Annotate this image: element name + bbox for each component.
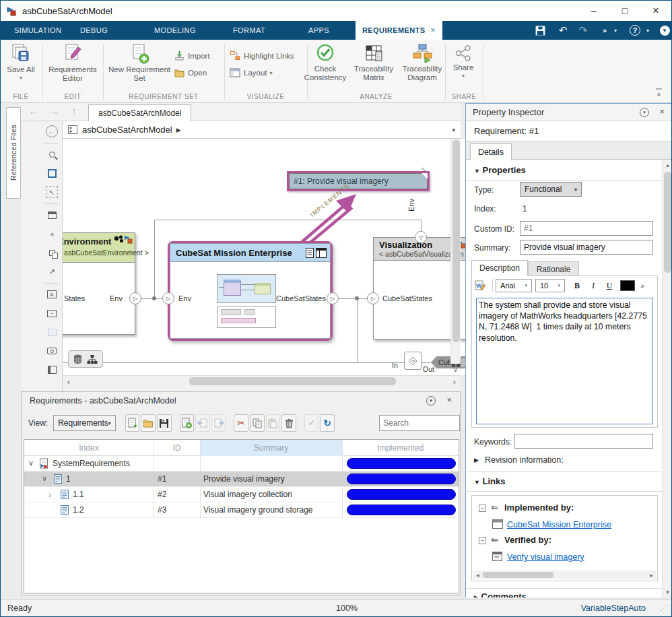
links-hscroll-left-icon[interactable]: ◂ <box>474 571 481 579</box>
hierarchy-badge-icon[interactable] <box>87 354 98 364</box>
pi-vscroll-up-icon[interactable]: ▴ <box>663 160 672 170</box>
more-actions-caret-icon[interactable]: ▾ <box>611 21 620 40</box>
check-requirements-button[interactable]: ✓ <box>304 414 319 432</box>
image-icon[interactable]: ~ <box>46 307 58 319</box>
enterprise-env-input-port[interactable]: ▷ <box>162 292 174 304</box>
canvas-vscroll-thumb[interactable] <box>452 140 460 342</box>
highlight-links-button[interactable]: Highlight Links <box>230 51 294 61</box>
undo-icon[interactable]: ↶ <box>554 21 572 40</box>
tab-requirements[interactable]: REQUIREMENTS × <box>356 21 442 40</box>
implemented-by-link[interactable]: CubeSat Mission Enterprise <box>507 520 611 529</box>
column-header-summary[interactable]: Summary <box>200 440 342 456</box>
tab-debug[interactable]: DEBUG <box>80 21 108 40</box>
import-button[interactable]: Import <box>174 51 210 61</box>
column-header-index[interactable]: Index <box>24 440 154 456</box>
nav-back-icon[interactable]: ← <box>26 105 41 119</box>
visualization-env-top-port[interactable]: ▽ <box>415 231 427 243</box>
tab-apps[interactable]: APPS <box>308 21 329 40</box>
verified-by-link[interactable]: Verify visual imagery <box>507 552 584 562</box>
enterprise-block[interactable]: CubeSat Mission Enterprise <box>168 241 333 341</box>
quick-save-icon[interactable] <box>531 21 549 40</box>
underline-button[interactable]: U <box>601 279 617 292</box>
hide-browser-icon[interactable]: ← <box>46 125 58 137</box>
font-family-dropdown[interactable]: Arial ▾ <box>496 279 532 292</box>
signal-route-icon[interactable]: ↗ <box>46 265 58 278</box>
viewmark-icon[interactable] <box>46 364 58 376</box>
solver-indicator[interactable]: VariableStepAuto <box>581 604 646 613</box>
subsystem-icon[interactable] <box>46 209 58 221</box>
copy-button[interactable] <box>250 414 265 432</box>
select-region-icon[interactable]: ↖ <box>46 186 58 198</box>
fit-to-view-icon[interactable] <box>46 167 58 179</box>
check-consistency-button[interactable]: Check Consistency <box>299 42 351 82</box>
dictionary-badge-icon[interactable] <box>73 354 82 364</box>
italic-button[interactable]: I <box>585 279 601 292</box>
close-requirements-tab-icon[interactable]: × <box>430 26 435 35</box>
environment-block[interactable]: Environment < asbCubeSatEnvironment > <box>63 232 135 335</box>
router-block[interactable] <box>404 352 422 370</box>
minimize-button[interactable]: – <box>578 1 609 21</box>
canvas-hscroll-right-icon[interactable]: › <box>450 377 459 386</box>
updates-icon[interactable]: ▼ <box>657 21 672 40</box>
save-all-button[interactable]: Save All ▾ <box>0 42 46 81</box>
pi-vscroll-down-icon[interactable]: ▾ <box>663 587 672 597</box>
breadcrumb-model-name[interactable]: asbCubeSatArchModel <box>82 125 172 135</box>
promote-requirement-button[interactable] <box>195 414 210 432</box>
save-requirement-set-button[interactable] <box>157 414 172 432</box>
font-color-swatch[interactable] <box>620 280 635 291</box>
requirements-editor-button[interactable]: Requirements Editor <box>44 42 102 83</box>
new-requirement-set-button[interactable]: New Requirement Set <box>107 42 172 83</box>
tab-modeling[interactable]: MODELING <box>154 21 196 40</box>
open-requirement-set-button[interactable] <box>141 414 156 432</box>
new-requirement-set-small-button[interactable] <box>125 414 140 432</box>
help-caret-icon[interactable]: ▾ <box>643 21 652 40</box>
code-icon[interactable]: ‹› <box>46 228 58 240</box>
referenced-files-tab[interactable]: Referenced Files <box>6 107 21 199</box>
summary-input[interactable] <box>520 240 653 255</box>
canvas-hscroll-left-icon[interactable]: ‹ <box>64 377 73 386</box>
table-row-requirement-1[interactable]: ∨ 1 #1 Provide visual imagery <box>24 472 459 487</box>
delete-button[interactable] <box>281 414 296 432</box>
column-header-id[interactable]: ID <box>154 440 200 456</box>
close-button[interactable]: × <box>640 1 671 21</box>
model-document-tab[interactable]: asbCubeSatArchModel <box>88 104 191 121</box>
demote-requirement-button[interactable] <box>211 414 226 432</box>
revision-expander-icon[interactable]: ▶ <box>474 457 479 463</box>
canvas-horizontal-scrollbar[interactable]: ‹ › <box>63 375 461 387</box>
add-requirement-button[interactable] <box>180 414 195 432</box>
traceability-matrix-button[interactable]: Traceability Matrix <box>349 42 399 82</box>
zoom-tool-icon[interactable] <box>46 148 58 160</box>
nav-forward-icon[interactable]: → <box>46 105 61 119</box>
tab-description[interactable]: Description <box>471 260 528 276</box>
keywords-input[interactable] <box>514 434 653 449</box>
table-row-requirement-1-1[interactable]: › 1.1 #2 Visual imagery collection <box>24 487 459 502</box>
property-inspector-close-icon[interactable]: × <box>659 106 665 117</box>
table-row-systemrequirements[interactable]: ∨ SystemRequirements <box>24 456 459 472</box>
environment-env-output-port[interactable]: ▷ <box>129 292 141 304</box>
links-hscroll-right-icon[interactable]: ▸ <box>648 571 655 579</box>
links-hscroll-thumb[interactable] <box>483 572 553 578</box>
links-section-header[interactable]: ▼ Links <box>474 476 506 486</box>
type-dropdown[interactable]: Functional ▾ <box>520 182 582 197</box>
view-dropdown[interactable]: Requirements ▾ <box>53 415 116 431</box>
table-row-requirement-1-2[interactable]: 1.2 #3 Visual imagery ground storage <box>24 502 459 518</box>
enterprise-states-output-port[interactable]: ▷ <box>327 292 339 304</box>
links-horizontal-scrollbar[interactable]: ◂ ▸ <box>473 571 656 579</box>
word-edit-icon[interactable]: W <box>475 280 490 291</box>
layout-button[interactable]: Layout ▾ <box>230 68 273 77</box>
tab-format[interactable]: FORMAT <box>233 21 265 40</box>
area-icon[interactable] <box>46 326 58 338</box>
collapse-implemented-by-icon[interactable]: − <box>479 505 486 512</box>
custom-id-input[interactable] <box>520 221 653 236</box>
breadcrumb-dropdown-icon[interactable]: ▾ <box>452 127 455 133</box>
font-size-dropdown[interactable]: 10 ▾ <box>535 279 565 292</box>
comments-section-header[interactable]: ▶ Comments <box>474 591 527 597</box>
maximize-button[interactable]: □ <box>609 1 640 21</box>
requirements-panel-close-icon[interactable]: × <box>446 395 452 405</box>
copy-model-icon[interactable] <box>46 247 58 259</box>
canvas-hscroll-thumb[interactable] <box>189 377 396 385</box>
redo-icon[interactable]: ↷ <box>574 21 592 40</box>
breadcrumb-caret-icon[interactable]: ▶ <box>176 127 181 133</box>
traceability-diagram-button[interactable]: Traceability Diagram <box>397 42 447 82</box>
requirements-panel-menu-icon[interactable]: ▾ <box>426 396 436 405</box>
